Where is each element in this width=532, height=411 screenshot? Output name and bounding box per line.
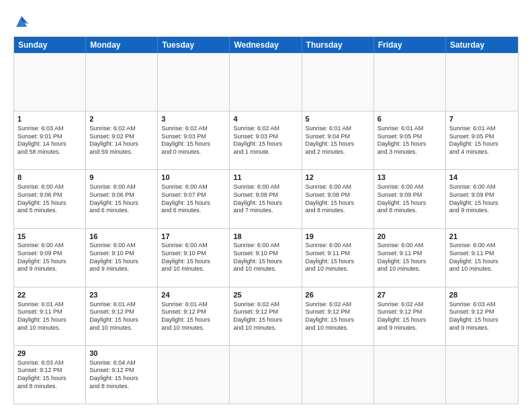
day-number: 29 xyxy=(17,349,82,359)
cal-cell xyxy=(374,53,446,111)
day-number: 18 xyxy=(233,232,298,242)
calendar-header-wednesday: Wednesday xyxy=(230,37,302,53)
cal-cell xyxy=(158,346,230,404)
calendar-header-monday: Monday xyxy=(86,37,158,53)
cell-info: Sunrise: 6:00 AM Sunset: 9:10 PM Dayligh… xyxy=(161,242,226,273)
logo xyxy=(13,13,32,30)
calendar: SundayMondayTuesdayWednesdayThursdayFrid… xyxy=(13,36,519,404)
cal-cell: 28Sunrise: 6:03 AM Sunset: 9:12 PM Dayli… xyxy=(446,287,518,345)
cal-cell: 16Sunrise: 6:00 AM Sunset: 9:10 PM Dayli… xyxy=(86,229,158,287)
day-number: 13 xyxy=(378,173,442,183)
cal-cell: 7Sunrise: 6:01 AM Sunset: 9:05 PM Daylig… xyxy=(446,111,518,169)
calendar-row-4: 15Sunrise: 6:00 AM Sunset: 9:09 PM Dayli… xyxy=(14,228,518,287)
cell-info: Sunrise: 6:00 AM Sunset: 9:08 PM Dayligh… xyxy=(233,183,298,215)
cal-cell xyxy=(446,346,518,404)
cell-info: Sunrise: 6:02 AM Sunset: 9:12 PM Dayligh… xyxy=(233,301,298,332)
day-number: 26 xyxy=(306,290,370,300)
cell-info: Sunrise: 6:01 AM Sunset: 9:04 PM Dayligh… xyxy=(306,125,370,156)
cal-cell: 5Sunrise: 6:01 AM Sunset: 9:04 PM Daylig… xyxy=(302,111,374,169)
cell-info: Sunrise: 6:01 AM Sunset: 9:12 PM Dayligh… xyxy=(161,301,226,332)
cell-info: Sunrise: 6:01 AM Sunset: 9:11 PM Dayligh… xyxy=(17,301,82,332)
cell-info: Sunrise: 6:00 AM Sunset: 9:09 PM Dayligh… xyxy=(378,183,442,215)
cell-info: Sunrise: 6:02 AM Sunset: 9:12 PM Dayligh… xyxy=(306,301,370,332)
cal-cell: 24Sunrise: 6:01 AM Sunset: 9:12 PM Dayli… xyxy=(158,287,230,345)
day-number: 1 xyxy=(17,114,82,124)
cal-cell: 27Sunrise: 6:02 AM Sunset: 9:12 PM Dayli… xyxy=(374,287,446,345)
cal-cell: 26Sunrise: 6:02 AM Sunset: 9:12 PM Dayli… xyxy=(302,287,374,345)
cell-info: Sunrise: 6:02 AM Sunset: 9:02 PM Dayligh… xyxy=(89,125,154,156)
day-number: 3 xyxy=(161,114,226,124)
cal-cell: 12Sunrise: 6:00 AM Sunset: 9:08 PM Dayli… xyxy=(302,170,374,228)
day-number: 24 xyxy=(161,290,226,300)
cal-cell: 10Sunrise: 6:00 AM Sunset: 9:07 PM Dayli… xyxy=(158,170,230,228)
calendar-row-5: 22Sunrise: 6:01 AM Sunset: 9:11 PM Dayli… xyxy=(14,287,518,345)
cell-info: Sunrise: 6:03 AM Sunset: 9:12 PM Dayligh… xyxy=(17,359,82,391)
cal-cell: 9Sunrise: 6:00 AM Sunset: 9:06 PM Daylig… xyxy=(86,170,158,228)
cal-cell: 19Sunrise: 6:00 AM Sunset: 9:11 PM Dayli… xyxy=(302,229,374,287)
day-number: 8 xyxy=(17,173,82,183)
calendar-row-1 xyxy=(14,53,518,111)
day-number: 5 xyxy=(306,114,370,124)
day-number: 7 xyxy=(449,114,515,124)
cal-cell: 22Sunrise: 6:01 AM Sunset: 9:11 PM Dayli… xyxy=(14,287,86,345)
cal-cell: 29Sunrise: 6:03 AM Sunset: 9:12 PM Dayli… xyxy=(14,346,86,404)
day-number: 28 xyxy=(449,290,515,300)
cal-cell: 30Sunrise: 6:04 AM Sunset: 9:12 PM Dayli… xyxy=(86,346,158,404)
cell-info: Sunrise: 6:01 AM Sunset: 9:05 PM Dayligh… xyxy=(449,125,515,156)
cell-info: Sunrise: 6:00 AM Sunset: 9:09 PM Dayligh… xyxy=(17,242,82,273)
cal-cell: 4Sunrise: 6:02 AM Sunset: 9:03 PM Daylig… xyxy=(230,111,302,169)
day-number: 17 xyxy=(161,232,226,242)
day-number: 30 xyxy=(89,349,154,359)
calendar-row-6: 29Sunrise: 6:03 AM Sunset: 9:12 PM Dayli… xyxy=(14,345,518,404)
cell-info: Sunrise: 6:00 AM Sunset: 9:10 PM Dayligh… xyxy=(89,242,154,273)
cal-cell: 14Sunrise: 6:00 AM Sunset: 9:09 PM Dayli… xyxy=(446,170,518,228)
cal-cell: 1Sunrise: 6:03 AM Sunset: 9:01 PM Daylig… xyxy=(14,111,86,169)
day-number: 27 xyxy=(378,290,442,300)
cal-cell xyxy=(86,53,158,111)
day-number: 12 xyxy=(306,173,370,183)
cal-cell xyxy=(230,53,302,111)
cal-cell xyxy=(374,346,446,404)
cal-cell xyxy=(302,53,374,111)
day-number: 16 xyxy=(89,232,154,242)
calendar-header: SundayMondayTuesdayWednesdayThursdayFrid… xyxy=(14,37,518,53)
cell-info: Sunrise: 6:00 AM Sunset: 9:11 PM Dayligh… xyxy=(306,242,370,273)
cal-cell: 18Sunrise: 6:00 AM Sunset: 9:10 PM Dayli… xyxy=(230,229,302,287)
cell-info: Sunrise: 6:04 AM Sunset: 9:12 PM Dayligh… xyxy=(89,359,154,391)
cell-info: Sunrise: 6:00 AM Sunset: 9:06 PM Dayligh… xyxy=(89,183,154,215)
day-number: 20 xyxy=(378,232,442,242)
day-number: 4 xyxy=(233,114,298,124)
cal-cell xyxy=(302,346,374,404)
cal-cell xyxy=(230,346,302,404)
cell-info: Sunrise: 6:02 AM Sunset: 9:03 PM Dayligh… xyxy=(233,125,298,156)
cell-info: Sunrise: 6:00 AM Sunset: 9:09 PM Dayligh… xyxy=(449,183,515,215)
cell-info: Sunrise: 6:00 AM Sunset: 9:07 PM Dayligh… xyxy=(161,183,226,215)
day-number: 15 xyxy=(17,232,82,242)
cal-cell: 15Sunrise: 6:00 AM Sunset: 9:09 PM Dayli… xyxy=(14,229,86,287)
cal-cell: 25Sunrise: 6:02 AM Sunset: 9:12 PM Dayli… xyxy=(230,287,302,345)
cal-cell: 20Sunrise: 6:00 AM Sunset: 9:11 PM Dayli… xyxy=(374,229,446,287)
cell-info: Sunrise: 6:00 AM Sunset: 9:06 PM Dayligh… xyxy=(17,183,82,215)
cell-info: Sunrise: 6:02 AM Sunset: 9:03 PM Dayligh… xyxy=(161,125,226,156)
day-number: 10 xyxy=(161,173,226,183)
cal-cell xyxy=(158,53,230,111)
cal-cell: 11Sunrise: 6:00 AM Sunset: 9:08 PM Dayli… xyxy=(230,170,302,228)
cal-cell: 8Sunrise: 6:00 AM Sunset: 9:06 PM Daylig… xyxy=(14,170,86,228)
cal-cell: 17Sunrise: 6:00 AM Sunset: 9:10 PM Dayli… xyxy=(158,229,230,287)
header xyxy=(13,13,519,30)
cal-cell: 13Sunrise: 6:00 AM Sunset: 9:09 PM Dayli… xyxy=(374,170,446,228)
calendar-header-tuesday: Tuesday xyxy=(158,37,230,53)
cal-cell xyxy=(14,53,86,111)
cal-cell: 2Sunrise: 6:02 AM Sunset: 9:02 PM Daylig… xyxy=(86,111,158,169)
day-number: 11 xyxy=(233,173,298,183)
calendar-row-3: 8Sunrise: 6:00 AM Sunset: 9:06 PM Daylig… xyxy=(14,169,518,228)
cal-cell: 23Sunrise: 6:01 AM Sunset: 9:12 PM Dayli… xyxy=(86,287,158,345)
cell-info: Sunrise: 6:00 AM Sunset: 9:10 PM Dayligh… xyxy=(233,242,298,273)
day-number: 19 xyxy=(306,232,370,242)
cell-info: Sunrise: 6:01 AM Sunset: 9:12 PM Dayligh… xyxy=(89,301,154,332)
cell-info: Sunrise: 6:01 AM Sunset: 9:05 PM Dayligh… xyxy=(378,125,442,156)
cal-cell: 21Sunrise: 6:00 AM Sunset: 9:11 PM Dayli… xyxy=(446,229,518,287)
cell-info: Sunrise: 6:02 AM Sunset: 9:12 PM Dayligh… xyxy=(378,301,442,332)
cell-info: Sunrise: 6:00 AM Sunset: 9:08 PM Dayligh… xyxy=(306,183,370,215)
calendar-row-2: 1Sunrise: 6:03 AM Sunset: 9:01 PM Daylig… xyxy=(14,111,518,169)
